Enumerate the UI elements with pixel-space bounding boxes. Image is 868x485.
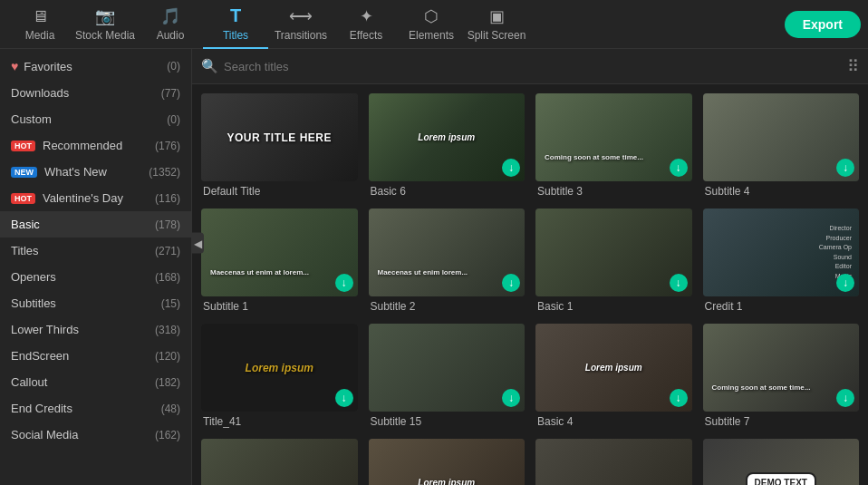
- sidebar-item-recommended[interactable]: HOT Recommended (176): [0, 132, 191, 159]
- top-navigation: 🖥 Media 📷 Stock Media 🎵 Audio T Titles ⟷…: [0, 0, 868, 49]
- grid-item-title-41[interactable]: Lorem ipsum ↓ Title_41: [201, 324, 358, 428]
- hot-badge-valentines: HOT: [11, 193, 35, 204]
- download-btn-basic-6[interactable]: ↓: [502, 159, 520, 177]
- grid-item-default-title[interactable]: YOUR TITLE HERE Default Title: [201, 93, 358, 198]
- grid-view-icon[interactable]: ⠿: [847, 56, 859, 76]
- demo-text: DEMO TEXT: [746, 472, 816, 485]
- media-icon: 🖥: [32, 7, 48, 26]
- download-btn-subtitle-1[interactable]: ↓: [335, 274, 353, 292]
- nav-effects[interactable]: ✦ Effects: [333, 0, 399, 49]
- sidebar-item-endscreen[interactable]: EndScreen (120): [0, 343, 191, 369]
- nav-stock-media[interactable]: 📷 Stock Media: [72, 0, 138, 49]
- sidebar-item-downloads[interactable]: Downloads (77): [0, 80, 191, 106]
- grid-item-subtitle-4[interactable]: ↓ Subtitle 4: [703, 93, 860, 198]
- search-input[interactable]: [224, 60, 842, 73]
- download-btn-credit-1[interactable]: ↓: [836, 274, 854, 292]
- search-bar: 🔍 ⠿: [192, 49, 868, 84]
- download-btn-subtitle-7[interactable]: ↓: [836, 389, 854, 407]
- grid-item-basic-1[interactable]: ↓ Basic 1: [535, 209, 692, 313]
- search-icon: 🔍: [201, 58, 218, 74]
- titles-grid: YOUR TITLE HERE Default Title Lorem ipsu…: [192, 84, 868, 485]
- titles-icon: T: [230, 5, 241, 26]
- sidebar-item-openers[interactable]: Openers (168): [0, 264, 191, 290]
- sidebar-item-basic[interactable]: Basic (178): [0, 211, 191, 238]
- download-btn-basic-1[interactable]: ↓: [670, 274, 688, 292]
- sidebar-item-lower-thirds[interactable]: Lower Thirds (318): [0, 316, 191, 343]
- new-badge: NEW: [11, 167, 37, 178]
- sidebar-collapse-arrow[interactable]: ◀: [192, 232, 204, 253]
- split-screen-icon: ▣: [489, 6, 505, 26]
- elements-icon: ⬡: [424, 6, 439, 26]
- sidebar-item-custom[interactable]: Custom (0): [0, 106, 191, 132]
- grid-item-subtitle-3[interactable]: Coming soon at some time... ↓ Subtitle 3: [535, 93, 692, 198]
- sidebar-item-favorites[interactable]: ♥ Favorites (0): [0, 53, 191, 80]
- download-btn-subtitle-3[interactable]: ↓: [670, 159, 688, 177]
- export-button[interactable]: Export: [785, 11, 861, 38]
- sidebar: ♥ Favorites (0) Downloads (77) Custom (0…: [0, 49, 192, 485]
- sidebar-item-callout[interactable]: Callout (182): [0, 369, 191, 395]
- sidebar-item-end-credits[interactable]: End Credits (48): [0, 395, 191, 422]
- hot-badge-recommended: HOT: [11, 141, 35, 151]
- nav-audio[interactable]: 🎵 Audio: [138, 0, 203, 49]
- effects-icon: ✦: [360, 6, 373, 26]
- sidebar-item-valentines[interactable]: HOT Valentine's Day (116): [0, 185, 191, 211]
- nav-titles[interactable]: T Titles: [203, 0, 268, 49]
- sidebar-item-social-media[interactable]: Social Media (162): [0, 422, 191, 448]
- nav-elements[interactable]: ⬡ Elements: [399, 0, 464, 49]
- nav-transitions[interactable]: ⟷ Transitions: [268, 0, 333, 49]
- grid-item-basic-6[interactable]: Lorem ipsum ↓ Basic 6: [369, 93, 526, 198]
- transitions-icon: ⟷: [289, 6, 313, 26]
- audio-icon: 🎵: [160, 6, 180, 26]
- grid-item-subtitle-1[interactable]: Maecenas ut enim at lorem... ↓ Subtitle …: [201, 209, 358, 313]
- stock-media-icon: 📷: [95, 6, 115, 26]
- download-btn-basic-4[interactable]: ↓: [670, 389, 688, 407]
- sidebar-item-whats-new[interactable]: NEW What's New (1352): [0, 159, 191, 185]
- grid-item-title-29[interactable]: Lorem ipsum ↓ Title 29: [369, 439, 526, 485]
- nav-split-screen[interactable]: ▣ Split Screen: [464, 0, 529, 49]
- grid-item-credit-1[interactable]: DirectorProducerCamera OpSoundEditorMusi…: [703, 209, 860, 313]
- download-btn-subtitle-4[interactable]: ↓: [836, 159, 854, 177]
- sidebar-item-subtitles[interactable]: Subtitles (15): [0, 290, 191, 316]
- grid-item-credit-3[interactable]: Joe Bloggs ↓ Credit 3: [201, 439, 358, 485]
- grid-item-subtitle-2[interactable]: Maecenas ut enim lorem... ↓ Subtitle 2: [369, 209, 526, 313]
- grid-item-subtitle-7[interactable]: Coming soon at some time... ↓ Subtitle 7: [703, 324, 860, 428]
- download-btn-subtitle-15[interactable]: ↓: [502, 389, 520, 407]
- download-btn-subtitle-2[interactable]: ↓: [502, 274, 520, 292]
- nav-media[interactable]: 🖥 Media: [7, 0, 72, 49]
- heart-icon: ♥: [11, 59, 18, 73]
- grid-item-basic-4[interactable]: Lorem ipsum ↓ Basic 4: [535, 324, 692, 428]
- grid-item-subtitle-15[interactable]: ↓ Subtitle 15: [369, 324, 526, 428]
- grid-item-credit-2[interactable]: Jane Joe ↓ Credit 2: [535, 439, 692, 485]
- grid-item-thought-bubble[interactable]: DEMO TEXT ↓ Thought Bubble: [703, 439, 860, 485]
- sidebar-item-titles[interactable]: Titles (271): [0, 238, 191, 264]
- download-btn-title-41[interactable]: ↓: [335, 389, 353, 407]
- main-layout: ♥ Favorites (0) Downloads (77) Custom (0…: [0, 49, 868, 485]
- content-area: 🔍 ⠿ YOUR TITLE HERE Default Title Lorem …: [192, 49, 868, 485]
